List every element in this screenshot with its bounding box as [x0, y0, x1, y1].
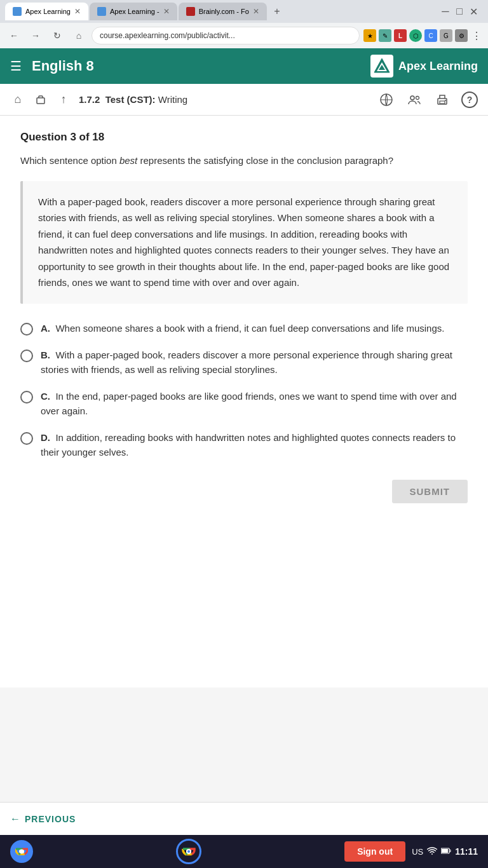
maximize-button[interactable]: □	[455, 7, 464, 16]
question-text: Which sentence option best represents th…	[20, 154, 468, 168]
url-text: course.apexlearning.com/public/activit..…	[100, 31, 235, 40]
users-icon[interactable]	[405, 91, 423, 109]
option-a: A. When someone shares a book with a fri…	[20, 322, 468, 336]
system-bar: Sign out US 11:11	[0, 835, 488, 868]
sub-header-left: ⌂ ↑ 1.7.2 Test (CST): Writing	[10, 92, 377, 107]
sign-out-button[interactable]: Sign out	[344, 841, 405, 862]
tab-close-2[interactable]: ✕	[163, 7, 170, 16]
ext-icon-7[interactable]: ⚙	[455, 29, 468, 42]
option-d: D. In addition, rereading books with han…	[20, 431, 468, 459]
print-icon[interactable]	[433, 91, 451, 109]
forward-button[interactable]: →	[27, 27, 44, 44]
bottom-nav: ← PREVIOUS	[0, 802, 488, 835]
home-nav-button[interactable]: ⌂	[70, 27, 88, 44]
translate-icon[interactable]	[377, 91, 395, 109]
tab-apex-learning-2[interactable]: Apex Learning - ✕	[90, 3, 177, 20]
apex-logo-icon	[370, 55, 393, 78]
option-a-label: A.	[41, 323, 50, 334]
address-bar: ← → ↻ ⌂ course.apexlearning.com/public/a…	[0, 23, 488, 48]
ext-icon-1[interactable]: ★	[363, 29, 376, 42]
upload-icon[interactable]: ↑	[56, 92, 71, 107]
chrome-browser-icon[interactable]	[176, 839, 201, 864]
ext-icon-2[interactable]: ✎	[379, 29, 391, 42]
app-header: ☰ English 8 Apex Learning	[0, 48, 488, 84]
option-b-label: B.	[41, 349, 50, 360]
radio-b[interactable]	[20, 349, 33, 362]
tab-apex-learning-1[interactable]: Apex Learning ✕	[5, 3, 88, 20]
back-button[interactable]: ←	[5, 27, 23, 44]
previous-button[interactable]: ← PREVIOUS	[10, 813, 76, 825]
refresh-button[interactable]: ↻	[48, 27, 66, 44]
home-icon[interactable]: ⌂	[10, 92, 25, 107]
apex-logo-svg	[373, 57, 391, 75]
ext-icon-6[interactable]: G	[440, 29, 452, 42]
breadcrumb-text: 1.7.2 Test (CST): Writing	[79, 94, 187, 105]
window-controls: ─ □ ✕	[441, 7, 483, 16]
tab-close-1[interactable]: ✕	[74, 7, 81, 16]
ext-icon-5[interactable]: C	[424, 29, 437, 42]
tab-label-3: Brainly.com - Fo	[199, 8, 249, 15]
sub-header: ⌂ ↑ 1.7.2 Test (CST): Writing ?	[0, 84, 488, 116]
submit-row: SUBMIT	[20, 480, 468, 503]
tab-brainly[interactable]: Brainly.com - Fo ✕	[179, 3, 267, 20]
option-c-content: C. In the end, paper-paged books are lik…	[41, 390, 468, 418]
svg-point-6	[416, 96, 419, 99]
minimize-button[interactable]: ─	[441, 7, 450, 16]
tab-favicon-apex-2	[97, 7, 106, 16]
question-header: Question 3 of 18	[20, 131, 468, 144]
briefcase-icon[interactable]	[33, 92, 48, 107]
option-c-text: In the end, paper-paged books are like g…	[41, 391, 457, 416]
option-b-content: B. With a paper-paged book, readers disc…	[41, 348, 468, 377]
submit-button[interactable]: SUBMIT	[392, 480, 468, 503]
option-d-content: D. In addition, rereading books with han…	[41, 431, 468, 459]
breadcrumb-number: 1.7.2 Test (CST):	[79, 94, 156, 105]
svg-rect-17	[442, 849, 448, 853]
system-info: US 11:11	[412, 846, 478, 857]
radio-a[interactable]	[20, 323, 33, 336]
tab-bar: Apex Learning ✕ Apex Learning - ✕ Brainl…	[0, 0, 488, 23]
svg-point-15	[187, 850, 190, 853]
option-b: B. With a paper-paged book, readers disc…	[20, 348, 468, 377]
battery-icon	[441, 847, 451, 857]
system-left	[10, 840, 33, 863]
menu-icon[interactable]: ☰	[10, 58, 22, 74]
question-text-italic: best	[119, 155, 137, 166]
tab-favicon-apex	[13, 7, 22, 16]
help-icon[interactable]: ?	[461, 92, 478, 108]
more-options-button[interactable]: ⋮	[470, 29, 483, 42]
tab-close-3[interactable]: ✕	[253, 7, 259, 16]
passage-text: With a paper-paged book, readers discove…	[38, 194, 452, 291]
radio-c[interactable]	[20, 391, 33, 403]
tab-label-2: Apex Learning -	[110, 8, 159, 15]
url-bar[interactable]: course.apexlearning.com/public/activit..…	[92, 27, 360, 44]
svg-point-5	[410, 96, 414, 100]
option-a-text: When someone shares a book with a friend…	[55, 323, 444, 334]
option-c-label: C.	[41, 391, 50, 402]
apex-logo-text: Apex Learning	[398, 60, 478, 73]
wifi-icon	[427, 846, 437, 857]
option-d-text: In addition, rereading books with handwr…	[41, 432, 456, 458]
chrome-icon[interactable]	[10, 840, 33, 863]
system-center	[33, 839, 344, 864]
option-d-label: D.	[41, 432, 50, 443]
svg-rect-3	[37, 98, 44, 104]
time-display: 11:11	[455, 846, 478, 857]
radio-d[interactable]	[20, 432, 33, 445]
main-content: Question 3 of 18 Which sentence option b…	[0, 116, 488, 688]
new-tab-button[interactable]: +	[268, 3, 286, 20]
option-c: C. In the end, paper-paged books are lik…	[20, 390, 468, 418]
tab-label-1: Apex Learning	[25, 8, 71, 15]
prev-arrow-icon: ←	[10, 813, 21, 825]
system-right: Sign out US 11:11	[344, 841, 478, 862]
close-button[interactable]: ✕	[469, 7, 478, 16]
tab-favicon-brainly	[186, 7, 195, 16]
option-b-text: With a paper-paged book, readers discove…	[41, 349, 452, 375]
ext-icon-4[interactable]: ⬡	[409, 29, 422, 42]
breadcrumb-section: Writing	[158, 94, 187, 105]
browser-chrome: Apex Learning ✕ Apex Learning - ✕ Brainl…	[0, 0, 488, 48]
question-text-before: Which sentence option	[20, 155, 119, 166]
answer-options: A. When someone shares a book with a fri…	[20, 322, 468, 460]
option-a-content: A. When someone shares a book with a fri…	[41, 322, 444, 336]
sub-header-right: ?	[377, 91, 478, 109]
ext-icon-3[interactable]: L	[394, 29, 407, 42]
